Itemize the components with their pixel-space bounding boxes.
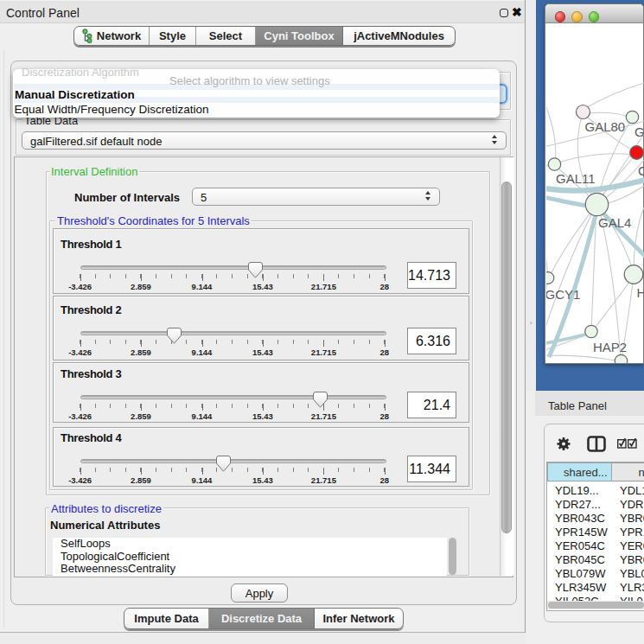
svg-text:GAL80: GAL80 — [585, 119, 626, 134]
svg-text:GAL4: GAL4 — [598, 215, 631, 230]
svg-text:H: H — [637, 285, 644, 300]
svg-text:C: C — [638, 163, 644, 178]
svg-text:G...: G... — [634, 124, 644, 139]
svg-text:HAP2: HAP2 — [593, 340, 627, 354]
svg-text:GCY1: GCY1 — [546, 287, 580, 302]
svg-text:GAL11: GAL11 — [556, 171, 596, 186]
